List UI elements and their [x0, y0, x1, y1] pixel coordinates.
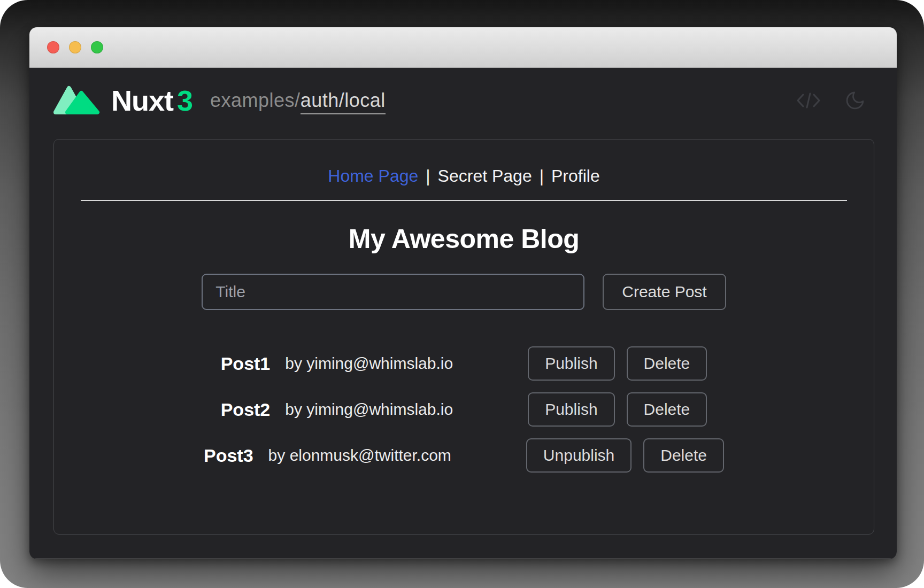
post-actions: Unpublish Delete [526, 438, 724, 473]
delete-post-button[interactable]: Delete [643, 438, 724, 473]
zoom-window-button[interactable] [91, 41, 103, 53]
close-window-button[interactable] [47, 41, 59, 53]
create-post-form: Create Post [202, 274, 726, 310]
breadcrumb-link[interactable]: auth/local [301, 89, 386, 114]
backdrop: Nuxt 3 examples/auth/local [0, 0, 924, 588]
app-header: Nuxt 3 examples/auth/local [29, 68, 897, 130]
nav-separator: | [540, 166, 544, 186]
moon-icon[interactable] [844, 90, 866, 111]
title-input[interactable] [202, 274, 584, 310]
publish-post-button[interactable]: Publish [528, 346, 614, 381]
minimize-window-button[interactable] [69, 41, 81, 53]
post-author: by yiming@whimslab.io [285, 354, 453, 373]
code-icon[interactable] [796, 92, 821, 109]
brand-version: 3 [177, 84, 193, 117]
post-row: Post2 by yiming@whimslab.io Publish Dele… [204, 392, 724, 427]
window-titlebar [29, 27, 897, 68]
post-list: Post1 by yiming@whimslab.io Publish Dele… [204, 346, 724, 473]
breadcrumb: examples/auth/local [210, 89, 386, 112]
breadcrumb-prefix: examples/ [210, 89, 301, 111]
delete-post-button[interactable]: Delete [627, 392, 707, 427]
post-actions: Publish Delete [528, 346, 707, 381]
unpublish-post-button[interactable]: Unpublish [526, 438, 632, 473]
app-window: Nuxt 3 examples/auth/local [29, 27, 897, 559]
create-post-button[interactable]: Create Post [603, 274, 726, 310]
page-nav: Home Page | Secret Page | Profile [328, 166, 599, 186]
post-author: by yiming@whimslab.io [285, 400, 453, 419]
post-author: by elonmusk@twitter.com [268, 446, 451, 465]
post-row: Post1 by yiming@whimslab.io Publish Dele… [204, 346, 724, 381]
post-title: Post2 [221, 399, 271, 420]
post-actions: Publish Delete [528, 392, 707, 427]
nav-home-page[interactable]: Home Page [328, 166, 418, 186]
post-title: Post3 [204, 445, 253, 466]
nuxt-logo-icon [53, 85, 101, 116]
divider [81, 200, 847, 201]
brand-name: Nuxt [111, 84, 173, 117]
post-title: Post1 [221, 353, 271, 374]
nav-secret-page[interactable]: Secret Page [438, 166, 532, 186]
nav-profile[interactable]: Profile [551, 166, 600, 186]
publish-post-button[interactable]: Publish [528, 392, 614, 427]
content-card: Home Page | Secret Page | Profile My Awe… [53, 139, 874, 535]
delete-post-button[interactable]: Delete [627, 346, 707, 381]
page-title: My Awesome Blog [349, 223, 580, 254]
app-body: Nuxt 3 examples/auth/local [29, 68, 897, 559]
nav-separator: | [426, 166, 430, 186]
post-row: Post3 by elonmusk@twitter.com Unpublish … [204, 438, 724, 473]
